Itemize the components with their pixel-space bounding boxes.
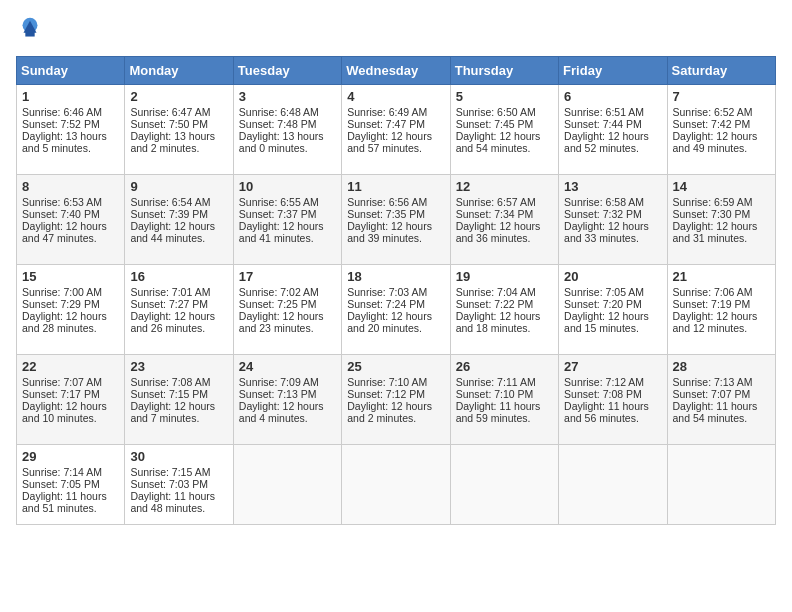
day-detail: Sunset: 7:44 PM	[564, 118, 661, 130]
day-detail: Sunrise: 7:13 AM	[673, 376, 770, 388]
calendar-cell: 8Sunrise: 6:53 AMSunset: 7:40 PMDaylight…	[17, 175, 125, 265]
day-number: 10	[239, 179, 336, 194]
day-detail: Sunrise: 6:55 AM	[239, 196, 336, 208]
day-number: 19	[456, 269, 553, 284]
day-detail: and 54 minutes.	[673, 412, 770, 424]
day-detail: and 56 minutes.	[564, 412, 661, 424]
calendar-cell	[450, 445, 558, 525]
day-number: 30	[130, 449, 227, 464]
calendar-cell: 2Sunrise: 6:47 AMSunset: 7:50 PMDaylight…	[125, 85, 233, 175]
day-detail: and 48 minutes.	[130, 502, 227, 514]
day-detail: Sunrise: 7:04 AM	[456, 286, 553, 298]
day-detail: and 0 minutes.	[239, 142, 336, 154]
day-detail: Daylight: 13 hours	[239, 130, 336, 142]
day-detail: Sunrise: 6:56 AM	[347, 196, 444, 208]
day-detail: Sunset: 7:20 PM	[564, 298, 661, 310]
calendar-cell	[342, 445, 450, 525]
day-detail: and 5 minutes.	[22, 142, 119, 154]
calendar-cell: 1Sunrise: 6:46 AMSunset: 7:52 PMDaylight…	[17, 85, 125, 175]
svg-rect-2	[25, 31, 34, 37]
day-detail: Daylight: 12 hours	[22, 220, 119, 232]
calendar-cell: 5Sunrise: 6:50 AMSunset: 7:45 PMDaylight…	[450, 85, 558, 175]
weekday-header-tuesday: Tuesday	[233, 57, 341, 85]
day-detail: Daylight: 12 hours	[239, 310, 336, 322]
calendar-cell: 24Sunrise: 7:09 AMSunset: 7:13 PMDayligh…	[233, 355, 341, 445]
calendar-cell: 7Sunrise: 6:52 AMSunset: 7:42 PMDaylight…	[667, 85, 775, 175]
day-detail: Sunrise: 6:49 AM	[347, 106, 444, 118]
day-number: 25	[347, 359, 444, 374]
day-number: 4	[347, 89, 444, 104]
day-detail: Daylight: 12 hours	[130, 220, 227, 232]
calendar-cell: 12Sunrise: 6:57 AMSunset: 7:34 PMDayligh…	[450, 175, 558, 265]
day-detail: and 57 minutes.	[347, 142, 444, 154]
day-detail: and 54 minutes.	[456, 142, 553, 154]
day-detail: Sunrise: 6:48 AM	[239, 106, 336, 118]
weekday-header-thursday: Thursday	[450, 57, 558, 85]
day-number: 11	[347, 179, 444, 194]
calendar-week-row: 15Sunrise: 7:00 AMSunset: 7:29 PMDayligh…	[17, 265, 776, 355]
day-number: 8	[22, 179, 119, 194]
day-detail: Sunset: 7:52 PM	[22, 118, 119, 130]
day-detail: Sunrise: 7:02 AM	[239, 286, 336, 298]
day-detail: Sunset: 7:29 PM	[22, 298, 119, 310]
day-detail: and 51 minutes.	[22, 502, 119, 514]
day-detail: Daylight: 12 hours	[347, 130, 444, 142]
day-number: 18	[347, 269, 444, 284]
page-header	[16, 16, 776, 44]
day-detail: Sunrise: 6:57 AM	[456, 196, 553, 208]
day-detail: and 15 minutes.	[564, 322, 661, 334]
day-detail: Sunset: 7:34 PM	[456, 208, 553, 220]
day-detail: Sunrise: 6:46 AM	[22, 106, 119, 118]
calendar-cell: 15Sunrise: 7:00 AMSunset: 7:29 PMDayligh…	[17, 265, 125, 355]
calendar-cell: 29Sunrise: 7:14 AMSunset: 7:05 PMDayligh…	[17, 445, 125, 525]
day-detail: Sunset: 7:15 PM	[130, 388, 227, 400]
day-detail: Sunset: 7:27 PM	[130, 298, 227, 310]
day-detail: Daylight: 12 hours	[130, 310, 227, 322]
day-detail: Daylight: 12 hours	[564, 220, 661, 232]
day-detail: and 31 minutes.	[673, 232, 770, 244]
day-number: 6	[564, 89, 661, 104]
day-detail: Daylight: 12 hours	[673, 130, 770, 142]
day-detail: and 2 minutes.	[130, 142, 227, 154]
day-detail: Sunset: 7:03 PM	[130, 478, 227, 490]
day-detail: Daylight: 12 hours	[456, 310, 553, 322]
day-detail: Sunset: 7:48 PM	[239, 118, 336, 130]
day-detail: Sunset: 7:24 PM	[347, 298, 444, 310]
calendar-cell: 30Sunrise: 7:15 AMSunset: 7:03 PMDayligh…	[125, 445, 233, 525]
day-detail: Sunset: 7:40 PM	[22, 208, 119, 220]
calendar-cell: 20Sunrise: 7:05 AMSunset: 7:20 PMDayligh…	[559, 265, 667, 355]
calendar-cell: 14Sunrise: 6:59 AMSunset: 7:30 PMDayligh…	[667, 175, 775, 265]
calendar-cell: 21Sunrise: 7:06 AMSunset: 7:19 PMDayligh…	[667, 265, 775, 355]
day-detail: Daylight: 11 hours	[22, 490, 119, 502]
day-detail: Sunset: 7:12 PM	[347, 388, 444, 400]
day-detail: Sunset: 7:32 PM	[564, 208, 661, 220]
calendar-cell	[559, 445, 667, 525]
day-number: 22	[22, 359, 119, 374]
day-detail: and 12 minutes.	[673, 322, 770, 334]
calendar-week-row: 22Sunrise: 7:07 AMSunset: 7:17 PMDayligh…	[17, 355, 776, 445]
calendar-cell	[667, 445, 775, 525]
calendar-week-row: 1Sunrise: 6:46 AMSunset: 7:52 PMDaylight…	[17, 85, 776, 175]
day-detail: Daylight: 12 hours	[347, 220, 444, 232]
calendar-cell: 27Sunrise: 7:12 AMSunset: 7:08 PMDayligh…	[559, 355, 667, 445]
calendar-table: SundayMondayTuesdayWednesdayThursdayFrid…	[16, 56, 776, 525]
calendar-week-row: 29Sunrise: 7:14 AMSunset: 7:05 PMDayligh…	[17, 445, 776, 525]
calendar-week-row: 8Sunrise: 6:53 AMSunset: 7:40 PMDaylight…	[17, 175, 776, 265]
day-detail: and 10 minutes.	[22, 412, 119, 424]
day-detail: Sunrise: 7:00 AM	[22, 286, 119, 298]
day-number: 2	[130, 89, 227, 104]
day-detail: and 52 minutes.	[564, 142, 661, 154]
calendar-cell	[233, 445, 341, 525]
day-detail: Sunset: 7:30 PM	[673, 208, 770, 220]
day-number: 7	[673, 89, 770, 104]
day-detail: Daylight: 12 hours	[22, 310, 119, 322]
day-number: 28	[673, 359, 770, 374]
day-number: 15	[22, 269, 119, 284]
day-detail: and 59 minutes.	[456, 412, 553, 424]
day-number: 9	[130, 179, 227, 194]
day-detail: Sunset: 7:42 PM	[673, 118, 770, 130]
calendar-cell: 10Sunrise: 6:55 AMSunset: 7:37 PMDayligh…	[233, 175, 341, 265]
calendar-cell: 25Sunrise: 7:10 AMSunset: 7:12 PMDayligh…	[342, 355, 450, 445]
day-detail: and 26 minutes.	[130, 322, 227, 334]
calendar-cell: 6Sunrise: 6:51 AMSunset: 7:44 PMDaylight…	[559, 85, 667, 175]
